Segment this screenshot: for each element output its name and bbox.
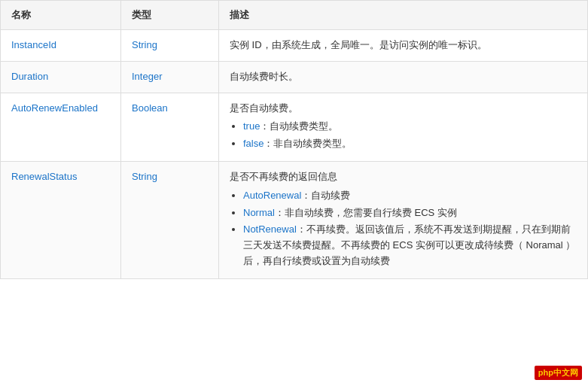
table-row: DurationInteger自动续费时长。 [1,61,588,93]
cell-name: RenewalStatus [1,161,121,278]
field-type-link[interactable]: Integer [132,71,162,82]
table-row: RenewalStatusString是否不再续费的返回信息AutoRenewa… [1,161,588,278]
table-row: AutoRenewEnabledBoolean是否自动续费。true：自动续费类… [1,93,588,161]
field-name-link[interactable]: Duration [11,71,48,82]
desc-text: 是否不再续费的返回信息 [230,171,337,182]
field-type-link[interactable]: String [132,171,157,182]
watermark-suffix: 中文网 [553,368,578,377]
cell-type: String [121,30,219,62]
desc-text: 是否自动续费。 [230,102,298,114]
desc-list: AutoRenewal：自动续费Normal：非自动续费，您需要自行续费 ECS… [230,188,577,269]
desc-list: true：自动续费类型。false：非自动续费类型。 [230,119,577,152]
watermark: php中文网 [535,366,582,380]
field-type-link[interactable]: Boolean [132,102,168,114]
cell-name: AutoRenewEnabled [1,93,121,161]
list-item: true：自动续费类型。 [243,119,577,135]
cell-desc: 是否自动续费。true：自动续费类型。false：非自动续费类型。 [219,93,588,161]
field-type-link[interactable]: String [132,39,157,50]
header-name: 名称 [1,1,121,30]
cell-type: String [121,161,219,278]
watermark-prefix: php [538,368,553,377]
list-item: NotRenewal：不再续费。返回该值后，系统不再发送到期提醒，只在到期前三天… [243,222,577,269]
cell-name: InstanceId [1,30,121,62]
list-item: AutoRenewal：自动续费 [243,188,577,204]
cell-desc: 实例 ID，由系统生成，全局唯一。是访问实例的唯一标识。 [219,30,588,62]
cell-name: Duration [1,61,121,93]
list-item: false：非自动续费类型。 [243,136,577,152]
cell-desc: 是否不再续费的返回信息AutoRenewal：自动续费Normal：非自动续费，… [219,161,588,278]
desc-text: 自动续费时长。 [230,71,298,82]
field-name-link[interactable]: InstanceId [11,39,56,50]
field-name-link[interactable]: AutoRenewEnabled [11,102,98,114]
desc-text: 实例 ID，由系统生成，全局唯一。是访问实例的唯一标识。 [230,39,487,50]
cell-desc: 自动续费时长。 [219,61,588,93]
table-row: InstanceIdString实例 ID，由系统生成，全局唯一。是访问实例的唯… [1,30,588,62]
cell-type: Boolean [121,93,219,161]
cell-type: Integer [121,61,219,93]
list-item: Normal：非自动续费，您需要自行续费 ECS 实例 [243,205,577,221]
header-desc: 描述 [219,1,588,30]
header-type: 类型 [121,1,219,30]
field-name-link[interactable]: RenewalStatus [11,171,77,182]
